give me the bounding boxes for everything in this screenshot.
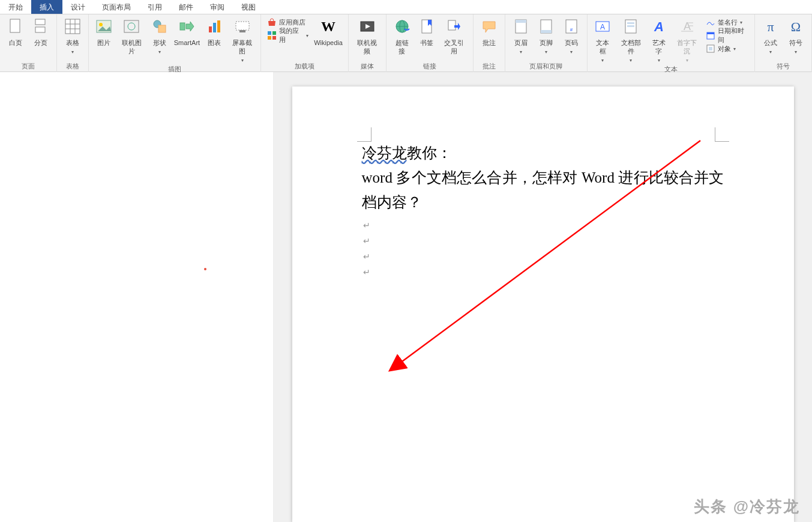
- textbox-icon: A: [593, 17, 612, 36]
- comment-button[interactable]: 批注: [477, 16, 501, 48]
- svg-text:A: A: [600, 23, 605, 31]
- shapes-icon: [150, 17, 169, 36]
- wikipedia-icon: W: [319, 17, 338, 36]
- symbol-icon: Ω: [786, 17, 805, 36]
- group-header-footer: 页眉 页脚 # 页码 页眉和页脚: [505, 14, 588, 72]
- footer-icon: [537, 17, 556, 36]
- group-label-comments: 批注: [483, 61, 496, 71]
- online-pictures-button[interactable]: 联机图片: [116, 16, 146, 56]
- wikipedia-button[interactable]: W Wikipedia: [312, 16, 344, 48]
- group-tables: 表格 表格: [57, 14, 89, 72]
- document-area[interactable]: 冷芬龙教你： word 多个文档怎么合并，怎样对 Word 进行比较合并文档内容…: [274, 72, 812, 522]
- svg-point-9: [99, 23, 103, 26]
- svg-rect-1: [35, 19, 45, 25]
- svg-rect-10: [124, 20, 139, 32]
- group-label-pages: 页面: [22, 61, 35, 71]
- store-icon: [267, 17, 277, 27]
- blank-page-button[interactable]: 白页: [4, 16, 28, 48]
- bookmark-button[interactable]: 书签: [415, 16, 438, 48]
- chart-icon: [205, 17, 224, 36]
- group-label-header-footer: 页眉和页脚: [529, 61, 562, 71]
- header-icon: [511, 17, 531, 36]
- page-break-icon: [31, 17, 50, 36]
- group-illustrations: 图片 联机图片 形状 SmartArt 图表 屏幕截图 插: [89, 14, 261, 72]
- chart-button[interactable]: 图表: [203, 16, 226, 48]
- svg-rect-40: [627, 22, 634, 24]
- equation-icon: π: [761, 17, 780, 36]
- svg-rect-23: [272, 36, 276, 40]
- svg-rect-13: [158, 25, 166, 32]
- hyperlink-button[interactable]: 超链接: [390, 16, 414, 56]
- parts-icon: [621, 17, 640, 36]
- tab-view[interactable]: 视图: [233, 0, 264, 14]
- svg-text:Ω: Ω: [791, 19, 801, 34]
- group-label-media: 媒体: [361, 61, 374, 71]
- svg-rect-15: [209, 26, 212, 32]
- quick-parts-button[interactable]: 文档部件: [616, 16, 646, 64]
- page-break-button[interactable]: 分页: [29, 16, 53, 48]
- tab-references[interactable]: 引用: [139, 0, 170, 14]
- equation-button[interactable]: π 公式: [759, 16, 783, 56]
- object-button[interactable]: 对象: [703, 42, 751, 55]
- shapes-button[interactable]: 形状: [148, 16, 170, 56]
- hyperlink-icon: [392, 17, 412, 36]
- my-apps-icon: [267, 31, 277, 40]
- comment-icon: [480, 17, 499, 36]
- cross-reference-button[interactable]: 交叉引用: [439, 16, 469, 56]
- footer-button[interactable]: 页脚: [534, 16, 558, 56]
- svg-rect-14: [180, 23, 185, 30]
- textbox-button[interactable]: A 文本框: [591, 16, 615, 64]
- cross-ref-icon: [445, 17, 464, 36]
- watermark: 头条 @冷芬龙: [694, 496, 800, 517]
- table-icon: [63, 17, 82, 36]
- svg-rect-18: [236, 22, 249, 30]
- svg-rect-22: [268, 36, 271, 40]
- svg-rect-48: [707, 32, 714, 34]
- tab-layout[interactable]: 页面布局: [94, 0, 139, 14]
- tab-mail[interactable]: 邮件: [170, 0, 202, 14]
- svg-rect-2: [35, 27, 45, 32]
- svg-rect-34: [541, 30, 552, 33]
- svg-rect-17: [217, 20, 220, 32]
- svg-rect-20: [268, 31, 271, 35]
- svg-text:π: π: [767, 19, 774, 34]
- document-page[interactable]: 冷芬龙教你： word 多个文档怎么合并，怎样对 Word 进行比较合并文档内容…: [292, 86, 794, 522]
- object-icon: [706, 44, 715, 53]
- tab-insert[interactable]: 插入: [31, 0, 62, 14]
- screenshot-button[interactable]: 屏幕截图: [227, 16, 257, 64]
- svg-rect-19: [239, 30, 245, 32]
- tab-design[interactable]: 设计: [62, 0, 94, 14]
- blank-page-icon: [6, 17, 25, 36]
- tab-review[interactable]: 审阅: [202, 0, 233, 14]
- group-links: 超链接 书签 交叉引用 链接: [386, 14, 474, 72]
- wordart-icon: A: [649, 17, 669, 36]
- bookmark-icon: [417, 17, 436, 36]
- screenshot-icon: [233, 17, 252, 36]
- svg-text:A: A: [684, 20, 691, 32]
- svg-rect-16: [213, 23, 216, 32]
- pictures-button[interactable]: 图片: [92, 16, 115, 48]
- drop-cap-button[interactable]: A 首字下沉: [672, 16, 702, 64]
- svg-rect-50: [709, 47, 712, 50]
- header-button[interactable]: 页眉: [509, 16, 533, 56]
- wordart-button[interactable]: A 艺术字: [647, 16, 671, 64]
- group-label-symbols: 符号: [777, 61, 790, 71]
- svg-text:#: #: [570, 27, 573, 32]
- online-video-button[interactable]: 联机视频: [352, 16, 382, 56]
- tab-home[interactable]: 开始: [0, 0, 31, 14]
- svg-rect-32: [516, 20, 526, 23]
- table-button[interactable]: 表格: [61, 16, 85, 56]
- symbol-button[interactable]: Ω 符号: [784, 16, 808, 56]
- video-icon: [358, 17, 377, 36]
- group-addins: 应用商店 我的应用 W Wikipedia 加载项: [261, 14, 348, 72]
- navigation-pane[interactable]: [0, 72, 274, 522]
- group-label-links: 链接: [423, 61, 436, 71]
- date-time-button[interactable]: 日期和时间: [703, 29, 751, 42]
- svg-rect-21: [272, 31, 276, 35]
- svg-text:A: A: [654, 19, 664, 34]
- online-picture-icon: [122, 17, 141, 36]
- page-number-button[interactable]: # 页码: [559, 16, 583, 56]
- smartart-button[interactable]: SmartArt: [172, 16, 202, 48]
- my-apps-button[interactable]: 我的应用: [265, 29, 311, 42]
- group-text: A 文本框 文档部件 A 艺术字 A 首字下沉 签名行: [588, 14, 755, 72]
